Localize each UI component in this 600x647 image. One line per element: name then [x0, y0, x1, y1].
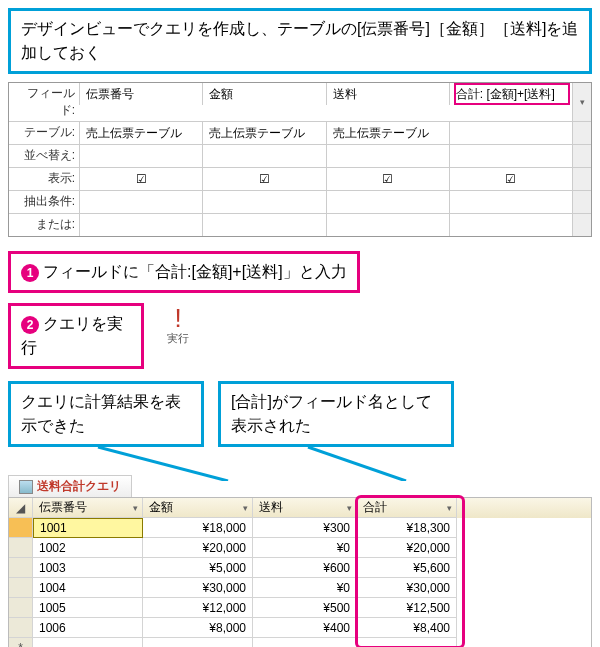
dg-crit-1[interactable]	[202, 191, 325, 213]
table-row[interactable]: 1006 ¥8,000 ¥400 ¥8,400	[9, 618, 591, 638]
cell-total[interactable]: ¥12,500	[357, 598, 457, 618]
row-selector[interactable]	[9, 598, 33, 618]
cell-id[interactable]: 1001	[33, 518, 143, 538]
cell-ship[interactable]: ¥300	[253, 518, 357, 538]
row-selector-header[interactable]: ◢	[9, 498, 33, 518]
dg-field-0[interactable]: 伝票番号	[79, 83, 202, 105]
cell-ship[interactable]: ¥500	[253, 598, 357, 618]
cell-id[interactable]	[33, 638, 143, 647]
dg-sort-1[interactable]	[202, 145, 325, 167]
table-row[interactable]: 1001 ¥18,000 ¥300 ¥18,300	[9, 518, 591, 538]
execute-label: 実行	[158, 331, 198, 346]
cell-amount[interactable]	[143, 638, 253, 647]
cell-amount[interactable]: ¥12,000	[143, 598, 253, 618]
cell-amount[interactable]: ¥8,000	[143, 618, 253, 638]
dg-or-3[interactable]	[449, 214, 572, 236]
cell-amount[interactable]: ¥18,000	[143, 518, 253, 538]
cell-total[interactable]: ¥30,000	[357, 578, 457, 598]
dg-field-dropdown[interactable]: ▾	[572, 83, 591, 121]
sort-icon: ▾	[243, 503, 248, 513]
new-row-marker: *	[9, 638, 33, 647]
dg-or-2[interactable]	[326, 214, 449, 236]
dg-or-0[interactable]	[79, 214, 202, 236]
table-row[interactable]: 1002 ¥20,000 ¥0 ¥20,000	[9, 538, 591, 558]
callout-result1: クエリに計算結果を表示できた	[8, 381, 204, 447]
dg-show-0[interactable]: ☑	[79, 168, 202, 190]
cell-total[interactable]: ¥20,000	[357, 538, 457, 558]
sort-icon: ▾	[347, 503, 352, 513]
cell-total[interactable]: ¥5,600	[357, 558, 457, 578]
dg-crit-3[interactable]	[449, 191, 572, 213]
cell-amount[interactable]: ¥5,000	[143, 558, 253, 578]
query-tab-label: 送料合計クエリ	[37, 478, 121, 495]
dg-label-sort: 並べ替え:	[9, 145, 79, 167]
cell-ship[interactable]	[253, 638, 357, 647]
cell-ship[interactable]: ¥400	[253, 618, 357, 638]
row-selector[interactable]	[9, 558, 33, 578]
cell-ship[interactable]: ¥0	[253, 538, 357, 558]
row-selector[interactable]	[9, 618, 33, 638]
dg-label-field: フィールド:	[9, 83, 79, 121]
svg-line-0	[98, 447, 228, 481]
dg-sort-0[interactable]	[79, 145, 202, 167]
dg-show-3[interactable]: ☑	[449, 168, 572, 190]
cell-id[interactable]: 1004	[33, 578, 143, 598]
dg-crit-2[interactable]	[326, 191, 449, 213]
datasheet-header: ◢ 伝票番号▾ 金額▾ 送料▾ 合計▾	[9, 498, 591, 518]
datasheet: ◢ 伝票番号▾ 金額▾ 送料▾ 合計▾ 1001 ¥18,000 ¥300 ¥1…	[8, 497, 592, 647]
col-header-2[interactable]: 送料▾	[253, 498, 357, 518]
cell-ship[interactable]: ¥600	[253, 558, 357, 578]
dg-table-1[interactable]: 売上伝票テーブル	[202, 122, 325, 144]
cell-total[interactable]	[357, 638, 457, 647]
table-row[interactable]: 1004 ¥30,000 ¥0 ¥30,000	[9, 578, 591, 598]
query-tab[interactable]: 送料合計クエリ	[8, 475, 132, 497]
sort-icon: ▾	[447, 503, 452, 513]
table-row[interactable]: 1005 ¥12,000 ¥500 ¥12,500	[9, 598, 591, 618]
sort-icon: ▾	[133, 503, 138, 513]
cell-id[interactable]: 1005	[33, 598, 143, 618]
col-header-3[interactable]: 合計▾	[357, 498, 457, 518]
table-row[interactable]: 1003 ¥5,000 ¥600 ¥5,600	[9, 558, 591, 578]
dg-table-2[interactable]: 売上伝票テーブル	[326, 122, 449, 144]
dg-or-1[interactable]	[202, 214, 325, 236]
dg-label-table: テーブル:	[9, 122, 79, 144]
dg-field-3[interactable]: 合計: [金額]+[送料]	[449, 83, 572, 105]
callout-step2: 2クエリを実行	[8, 303, 144, 369]
dg-label-or: または:	[9, 214, 79, 236]
cell-amount[interactable]: ¥30,000	[143, 578, 253, 598]
table-row-new[interactable]: *	[9, 638, 591, 647]
exclamation-icon: !	[158, 305, 198, 331]
dg-table-3[interactable]	[449, 122, 572, 144]
callout-result2: [合計]がフィールド名として表示された	[218, 381, 454, 447]
row-selector[interactable]	[9, 538, 33, 558]
callout-step1: 1フィールドに「合計:[金額]+[送料]」と入力	[8, 251, 360, 293]
cell-amount[interactable]: ¥20,000	[143, 538, 253, 558]
cell-id[interactable]: 1003	[33, 558, 143, 578]
col-header-0[interactable]: 伝票番号▾	[33, 498, 143, 518]
cell-total[interactable]: ¥18,300	[357, 518, 457, 538]
step-number-1: 1	[21, 264, 39, 282]
row-selector[interactable]	[9, 578, 33, 598]
execute-button[interactable]: ! 実行	[158, 303, 198, 346]
col-header-1[interactable]: 金額▾	[143, 498, 253, 518]
dg-field-1[interactable]: 金額	[202, 83, 325, 105]
query-design-grid: フィールド: 伝票番号 金額 送料 合計: [金額]+[送料] ▾ テーブル: …	[8, 82, 592, 237]
dg-table-0[interactable]: 売上伝票テーブル	[79, 122, 202, 144]
svg-line-1	[308, 447, 406, 481]
callout-pre: デザインビューでクエリを作成し、テーブルの[伝票番号]［金額］［送料]を追加して…	[8, 8, 592, 74]
dg-crit-0[interactable]	[79, 191, 202, 213]
dg-show-1[interactable]: ☑	[202, 168, 325, 190]
cell-id[interactable]: 1002	[33, 538, 143, 558]
dg-field-2[interactable]: 送料	[326, 83, 449, 105]
cell-ship[interactable]: ¥0	[253, 578, 357, 598]
query-icon	[19, 480, 33, 494]
cell-total[interactable]: ¥8,400	[357, 618, 457, 638]
query-tab-bar: 送料合計クエリ	[8, 475, 592, 497]
dg-sort-3[interactable]	[449, 145, 572, 167]
dg-show-2[interactable]: ☑	[326, 168, 449, 190]
dg-sort-2[interactable]	[326, 145, 449, 167]
step1-text: フィールドに「合計:[金額]+[送料]」と入力	[43, 263, 347, 280]
cell-id[interactable]: 1006	[33, 618, 143, 638]
row-selector[interactable]	[9, 518, 33, 538]
dg-label-show: 表示:	[9, 168, 79, 190]
